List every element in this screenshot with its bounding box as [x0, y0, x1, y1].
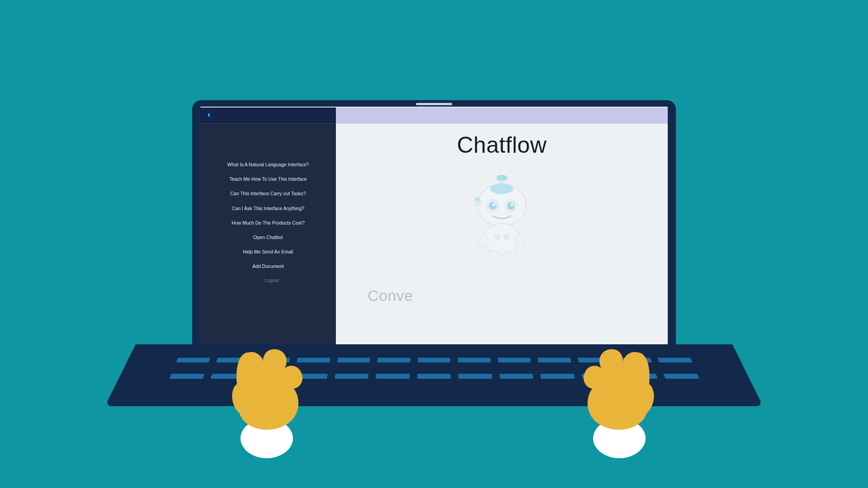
typed-input-text: Conve	[368, 287, 413, 305]
svg-point-7	[489, 202, 497, 210]
camera-notch	[416, 103, 452, 105]
sidebar-item-tasks[interactable]: Can This Interface Carry out Tasks?	[200, 186, 336, 201]
main-panel: Chatflow	[336, 124, 668, 369]
top-bar-right	[336, 108, 668, 124]
right-hand-icon	[561, 334, 665, 463]
svg-point-5	[475, 197, 480, 202]
app-logo-icon	[204, 111, 214, 121]
svg-point-11	[511, 203, 514, 206]
left-hand-icon	[222, 334, 326, 463]
page-title: Chatflow	[457, 132, 547, 158]
svg-point-16	[515, 234, 525, 249]
sidebar-item-chatbot[interactable]: Open Chatbot	[200, 230, 336, 244]
sidebar-item-nli[interactable]: What Is A Natural Language Interface?	[200, 157, 336, 172]
svg-point-8	[493, 203, 495, 206]
sidebar-logout[interactable]: Logout	[200, 273, 336, 287]
sidebar-item-document[interactable]: Add Document	[200, 259, 336, 273]
sidebar: What Is A Natural Language Interface? Te…	[200, 124, 336, 369]
sidebar-item-cost[interactable]: How Much Do The Products Cost?	[200, 215, 336, 230]
svg-point-18	[504, 251, 516, 259]
robot-illustration-icon	[466, 174, 538, 261]
svg-point-3	[490, 183, 514, 194]
svg-point-12	[484, 224, 520, 254]
app-screen: What Is A Natural Language Interface? Te…	[200, 107, 668, 369]
svg-point-15	[479, 234, 489, 249]
svg-point-14	[503, 234, 509, 240]
svg-point-17	[487, 251, 500, 259]
app-body: What Is A Natural Language Interface? Te…	[200, 124, 668, 369]
svg-point-10	[507, 202, 515, 210]
app-top-bar	[200, 108, 668, 124]
sidebar-item-ask[interactable]: Can I Ask This Interface Anything?	[200, 201, 336, 215]
sidebar-item-email[interactable]: Help Me Send An Email	[200, 244, 336, 259]
svg-point-13	[494, 234, 500, 240]
top-bar-left	[200, 108, 336, 124]
sidebar-item-teach[interactable]: Teach Me How To Use This Interface	[200, 172, 336, 186]
